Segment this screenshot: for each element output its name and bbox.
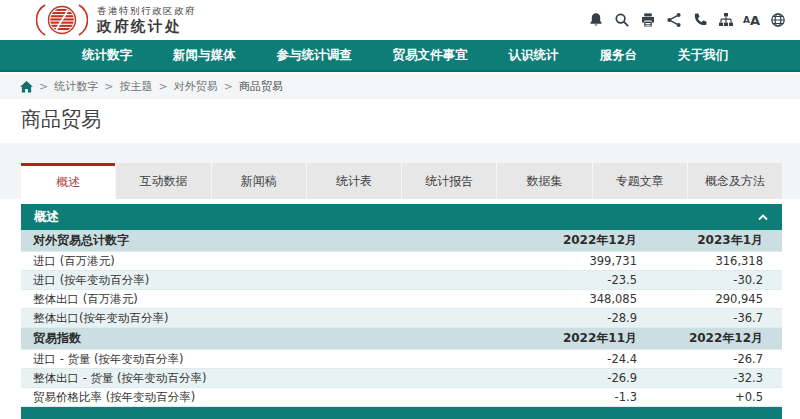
group-header-col2: 2023年1月 [637, 232, 763, 249]
breadcrumb-link[interactable]: 对外贸易 [174, 79, 218, 94]
section-header-overview[interactable]: 概述 [21, 204, 782, 230]
table-row: 进口 (百万港元)399,731316,318 [21, 252, 782, 271]
row-value-col1: -24.4 [507, 352, 637, 366]
group-header-label: 对外贸易总计数字 [33, 232, 507, 249]
table-row: 整体出口 - 货量 (按年变动百分率)-26.9-32.3 [21, 369, 782, 388]
group-header-label: 贸易指数 [33, 330, 507, 347]
table-group-header: 对外贸易总计数字2022年12月2023年1月 [21, 230, 782, 252]
table-row: 整体出口 (百万港元)348,085290,945 [21, 290, 782, 309]
row-label: 整体出口(按年变动百分率) [33, 311, 507, 326]
print-icon[interactable] [638, 11, 657, 30]
row-label: 进口 - 货量 (按年变动百分率) [33, 352, 507, 367]
nav-item-trade-documents[interactable]: 贸易文件事宜 [393, 47, 468, 64]
row-value-col2: 316,318 [637, 254, 763, 268]
nav-item-service-desk[interactable]: 服务台 [600, 47, 638, 64]
home-icon[interactable] [20, 81, 33, 93]
sitemap-icon[interactable] [716, 11, 735, 30]
table-group-header: 贸易指数2022年11月2022年12月 [21, 328, 782, 350]
main-navigation: 统计数字新闻与媒体参与统计调查贸易文件事宜认识统计服务台关于我们 [0, 40, 800, 72]
org-name: 香港特别行政区政府 政府统计处 [97, 5, 196, 35]
row-label: 整体出口 (百万港元) [33, 292, 507, 307]
breadcrumb-separator: > [39, 80, 48, 93]
group-header-col1: 2022年11月 [507, 330, 637, 347]
row-value-col2: +0.5 [637, 390, 763, 404]
table-row: 进口 - 货量 (按年变动百分率)-24.4-26.7 [21, 350, 782, 369]
globe-icon[interactable] [768, 11, 787, 30]
org-name-small: 香港特别行政区政府 [97, 5, 196, 17]
search-icon[interactable] [612, 11, 631, 30]
row-value-col2: -32.3 [637, 371, 763, 385]
font-size-icon[interactable]: AA [742, 11, 761, 30]
row-value-col2: -26.7 [637, 352, 763, 366]
nav-item-survey-participation[interactable]: 参与统计调查 [277, 47, 352, 64]
bell-icon[interactable] [586, 11, 605, 30]
row-label: 进口 (按年变动百分率) [33, 273, 507, 288]
row-value-col1: -23.5 [507, 273, 637, 287]
tab-statistical-tables[interactable]: 统计表 [306, 163, 401, 199]
row-value-col1: 399,731 [507, 254, 637, 268]
org-name-large: 政府统计处 [97, 17, 196, 35]
table-row: 进口 (按年变动百分率)-23.5-30.2 [21, 271, 782, 290]
breadcrumb-separator: > [158, 80, 167, 93]
row-label: 进口 (百万港元) [33, 254, 507, 269]
breadcrumb: >统计数字>按主题>对外贸易>商品贸易 [0, 74, 800, 99]
breadcrumb-separator: > [224, 80, 233, 93]
breadcrumb-current: 商品贸易 [239, 79, 283, 94]
row-value-col1: 348,085 [507, 292, 637, 306]
utility-icon-bar: AA [586, 11, 787, 30]
tab-datasets[interactable]: 数据集 [496, 163, 591, 199]
row-label: 整体出口 - 货量 (按年变动百分率) [33, 371, 507, 386]
tab-overview[interactable]: 概述 [21, 163, 115, 199]
tab-statistical-reports[interactable]: 统计报告 [401, 163, 496, 199]
nav-item-know-statistics[interactable]: 认识统计 [509, 47, 559, 64]
breadcrumb-link[interactable]: 按主题 [119, 79, 152, 94]
tab-bar: 概述互动数据新闻稿统计表统计报告数据集专题文章概念及方法 [21, 163, 782, 199]
breadcrumb-link[interactable]: 统计数字 [54, 79, 98, 94]
nav-item-news-media[interactable]: 新闻与媒体 [173, 47, 236, 64]
row-value-col1: -1.3 [507, 390, 637, 404]
row-value-col1: -28.9 [507, 311, 637, 325]
group-header-col2: 2022年12月 [637, 330, 763, 347]
share-icon[interactable] [664, 11, 683, 30]
breadcrumb-separator: > [104, 80, 113, 93]
row-label: 贸易价格比率 (按年变动百分率) [33, 390, 507, 405]
group-header-col1: 2022年12月 [507, 232, 637, 249]
page-title: 商品贸易 [21, 106, 101, 133]
row-value-col2: 290,945 [637, 292, 763, 306]
row-value-col2: -36.7 [637, 311, 763, 325]
top-header-bar: 香港特别行政区政府 政府统计处 AA [0, 0, 800, 40]
table-row: 贸易价格比率 (按年变动百分率)-1.3+0.5 [21, 388, 782, 407]
tab-interactive-data[interactable]: 互动数据 [115, 163, 210, 199]
tab-press-releases[interactable]: 新闻稿 [211, 163, 306, 199]
csd-logo-icon [36, 2, 88, 38]
tab-concepts-methods[interactable]: 概念及方法 [687, 163, 782, 199]
tab-feature-articles[interactable]: 专题文章 [592, 163, 687, 199]
nav-item-about-us[interactable]: 关于我们 [678, 47, 728, 64]
next-section-header-bar[interactable] [21, 407, 782, 419]
table-row: 整体出口(按年变动百分率)-28.9-36.7 [21, 309, 782, 328]
row-value-col1: -26.9 [507, 371, 637, 385]
chevron-up-icon[interactable] [757, 213, 769, 222]
csd-logo[interactable]: 香港特别行政区政府 政府统计处 [36, 2, 196, 38]
trade-statistics-table: 对外贸易总计数字2022年12月2023年1月进口 (百万港元)399,7313… [21, 230, 782, 407]
row-value-col2: -30.2 [637, 273, 763, 287]
nav-item-statistics[interactable]: 统计数字 [82, 47, 132, 64]
section-title: 概述 [34, 209, 59, 226]
phone-icon[interactable] [690, 11, 709, 30]
